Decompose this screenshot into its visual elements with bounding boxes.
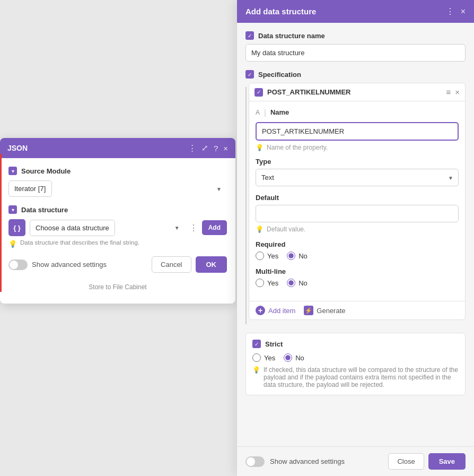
multiline-no-option[interactable]: No [287, 279, 308, 287]
add-item-button[interactable]: + Add item [256, 306, 295, 315]
field-name-hint: 💡 Name of the property. [256, 144, 459, 151]
spec-item-toggle[interactable]: ✓ [254, 88, 263, 97]
cancel-button[interactable]: Cancel [152, 256, 191, 273]
more-icon[interactable]: ⋮ [188, 143, 196, 153]
expand-icon[interactable]: ⤢ [201, 143, 208, 153]
store-text: Store to File Cabinet [8, 279, 227, 295]
strict-radio-group: Yes No [252, 353, 459, 362]
type-label: Type [256, 158, 459, 166]
help-icon[interactable]: ? [214, 144, 218, 153]
footer-toggle-switch[interactable] [245, 456, 265, 467]
spec-item-header: ✓ POST_ARTIKELNUMMER ≡ × [249, 83, 465, 101]
right-panel-title: Add data structure [245, 7, 316, 16]
more-options-icon[interactable]: ⋮ [189, 223, 198, 233]
source-module-dropdown-wrapper: Iterator [7] [8, 180, 227, 197]
specification-header: ✓ Specification [245, 70, 466, 79]
strict-yes-option[interactable]: Yes [252, 353, 275, 362]
name-field-row: A | Name [256, 108, 459, 117]
remove-icon[interactable]: × [455, 88, 460, 97]
field-name-input[interactable] [256, 122, 459, 141]
ok-button[interactable]: OK [196, 256, 227, 273]
ds-name-header: ✓ Data structure name [245, 31, 466, 40]
source-module-toggle[interactable]: ▾ [8, 167, 17, 175]
multiline-no-label: No [299, 279, 308, 287]
hint-text-name: Name of the property. [267, 144, 328, 151]
strict-toggle[interactable]: ✓ [252, 340, 261, 348]
multiline-yes-label: Yes [267, 279, 278, 287]
hint-icon-strict: 💡 [252, 366, 260, 374]
more-icon-right[interactable]: ⋮ [446, 6, 454, 16]
data-structure-section: ▾ Data structure { } Choose a data struc… [8, 205, 227, 248]
specification-toggle[interactable]: ✓ [245, 70, 254, 79]
close-button[interactable]: Close [388, 453, 424, 470]
advanced-toggle: Show advanced settings [8, 259, 107, 270]
reorder-icon[interactable]: ≡ [446, 88, 451, 97]
data-structure-toggle[interactable]: ▾ [8, 205, 17, 214]
source-module-label: Source Module [21, 167, 71, 175]
multiline-radio-group: Yes No [256, 279, 459, 287]
data-structure-row: { } Choose a data structure ⋮ Add [8, 219, 227, 236]
advanced-toggle-label: Show advanced settings [32, 261, 107, 269]
source-module-dropdown[interactable]: Iterator [7] [8, 180, 52, 197]
field-type-badge: A [256, 109, 260, 116]
required-no-radio[interactable] [287, 252, 295, 260]
field-type-letter: A [256, 109, 260, 116]
hint-icon: 💡 [8, 240, 17, 248]
ds-name-toggle[interactable]: ✓ [245, 31, 254, 40]
right-panel-icons: ⋮ × [446, 6, 466, 16]
required-yes-option[interactable]: Yes [256, 252, 278, 260]
close-icon-right[interactable]: × [461, 7, 466, 16]
left-border-indicator [0, 154, 2, 292]
required-yes-radio[interactable] [256, 252, 264, 260]
action-buttons: Cancel OK [152, 256, 227, 273]
footer-toggle-label: Show advanced settings [270, 457, 345, 465]
strict-no-label: No [295, 354, 304, 362]
required-label: Required [256, 240, 459, 248]
type-field-group: Type Text Number Boolean Date Array [256, 158, 459, 186]
strict-header: ✓ Strict [252, 340, 459, 348]
strict-no-option[interactable]: No [284, 353, 304, 362]
spec-item-actions: ≡ × [446, 88, 460, 97]
add-button[interactable]: Add [202, 220, 227, 235]
advanced-toggle-switch[interactable] [8, 259, 28, 270]
type-select[interactable]: Text Number Boolean Date Array [256, 169, 459, 186]
ds-name-input[interactable] [245, 44, 466, 62]
spec-item-container: ✓ POST_ARTIKELNUMMER ≡ × A [245, 83, 466, 324]
add-data-structure-panel: Add data structure ⋮ × ✓ Data structure … [237, 0, 474, 476]
multiline-yes-option[interactable]: Yes [256, 279, 278, 287]
data-structure-icon: { } [8, 219, 25, 236]
multiline-field-group: Multi-line Yes No [256, 267, 459, 287]
multiline-yes-radio[interactable] [256, 279, 264, 287]
ds-name-label: Data structure name [258, 32, 325, 40]
spec-item-body: A | Name 💡 Name of the property. Ty [249, 101, 465, 301]
hint-text: Data structure that describes the final … [20, 239, 139, 246]
hint-text-default: Default value. [267, 226, 305, 233]
data-structure-header: ▾ Data structure [8, 205, 227, 214]
pipe-separator: | [264, 108, 266, 117]
hint-icon-default: 💡 [256, 226, 264, 233]
default-input[interactable] [256, 205, 459, 222]
strict-section: ✓ Strict Yes No 💡 If checked, this data [245, 333, 466, 395]
multiline-no-radio[interactable] [287, 279, 295, 287]
strict-no-radio[interactable] [284, 353, 292, 362]
right-panel-header: Add data structure ⋮ × [237, 0, 474, 23]
strict-container: ✓ Strict Yes No 💡 If checked, this data [245, 333, 466, 395]
default-field-group: Default 💡 Default value. [256, 194, 459, 233]
hint-text-strict: If checked, this data structure will be … [264, 366, 459, 388]
data-structure-dropdown-wrapper: Choose a data structure [30, 220, 185, 236]
data-structure-dropdown[interactable]: Choose a data structure [30, 220, 115, 236]
footer-actions: Close Save [388, 453, 466, 470]
strict-yes-radio[interactable] [252, 353, 261, 362]
close-icon[interactable]: × [223, 144, 228, 153]
advanced-row: Show advanced settings Cancel OK [8, 256, 227, 273]
required-no-option[interactable]: No [287, 252, 308, 260]
footer-toggle: Show advanced settings [245, 456, 345, 467]
save-button[interactable]: Save [428, 453, 466, 470]
json-panel-header: JSON ⋮ ⤢ ? × [0, 138, 235, 158]
indent-line [245, 87, 247, 324]
field-name-label: Name [270, 108, 289, 116]
generate-button[interactable]: ⚡ Generate [304, 306, 345, 315]
default-label: Default [256, 194, 459, 202]
required-radio-group: Yes No [256, 252, 459, 260]
required-field-group: Required Yes No [256, 240, 459, 260]
